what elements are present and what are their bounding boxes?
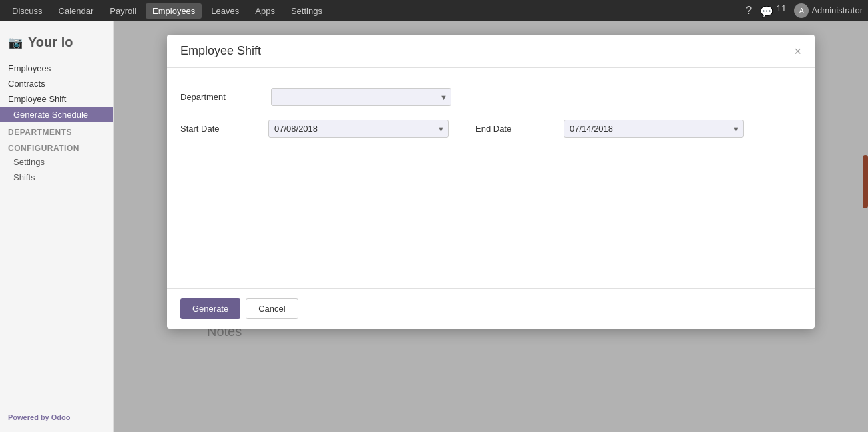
sidebar-item-shifts[interactable]: Shifts [0, 170, 113, 185]
department-select[interactable] [271, 88, 451, 106]
sidebar-footer: Powered by Odoo [0, 408, 114, 427]
modal-header: Employee Shift × [167, 35, 815, 68]
cancel-button[interactable]: Cancel [246, 298, 298, 319]
main-layout: 📷 Your lo Employees Contracts Employee S… [0, 21, 868, 432]
nav-apps[interactable]: Apps [248, 3, 282, 19]
sidebar-item-settings[interactable]: Settings [0, 154, 113, 170]
end-date-group: End Date 07/14/2018 ▼ [475, 120, 744, 138]
modal-footer: Generate Cancel [167, 288, 815, 329]
modal-close-button[interactable]: × [794, 45, 801, 57]
modal-body: Department ▼ Start Date [167, 68, 815, 288]
sidebar-item-employee-shift[interactable]: Employee Shift [0, 91, 113, 107]
logo-text: Your lo [28, 35, 73, 50]
start-date-label: Start Date [180, 124, 260, 134]
sidebar-group-configuration: Configuration [0, 138, 113, 154]
end-date-label: End Date [475, 124, 556, 134]
admin-label: Administrator [811, 5, 863, 15]
sidebar-item-employees[interactable]: Employees [0, 61, 113, 76]
sidebar: 📷 Your lo Employees Contracts Employee S… [0, 21, 114, 432]
date-row: Start Date 07/08/2018 ▼ End Date [180, 120, 801, 138]
user-menu[interactable]: A Administrator [794, 3, 863, 18]
department-label: Department [180, 92, 260, 102]
nav-settings[interactable]: Settings [284, 3, 329, 19]
topbar-right: ? 💬 11 A Administrator [746, 3, 863, 18]
start-date-select[interactable]: 07/08/2018 [268, 120, 449, 138]
nav-payroll[interactable]: Payroll [103, 3, 143, 19]
generate-button[interactable]: Generate [180, 298, 240, 319]
help-icon[interactable]: ? [746, 5, 752, 17]
modal-overlay: Employee Shift × Department ▼ [114, 21, 868, 432]
notification-icon[interactable]: 💬 11 [760, 3, 786, 18]
department-input-wrap: ▼ [271, 88, 451, 106]
nav-leaves[interactable]: Leaves [204, 3, 246, 19]
sidebar-item-generate-schedule[interactable]: Generate Schedule [0, 107, 113, 122]
topbar: Discuss Calendar Payroll Employees Leave… [0, 0, 868, 21]
sidebar-item-contracts[interactable]: Contracts [0, 76, 113, 91]
app-logo: 📷 Your lo [0, 27, 113, 61]
sidebar-group-departments: Departments [0, 122, 113, 138]
content-area: Add an item Notes Employee Shift × [114, 21, 868, 432]
nav-discuss[interactable]: Discuss [5, 3, 49, 19]
modal-employee-shift: Employee Shift × Department ▼ [167, 35, 815, 329]
nav-employees[interactable]: Employees [146, 3, 202, 19]
department-row: Department ▼ [180, 88, 801, 106]
avatar: A [794, 3, 809, 18]
end-date-wrap: 07/14/2018 ▼ [564, 120, 744, 138]
modal-title: Employee Shift [180, 44, 261, 58]
start-date-group: Start Date 07/08/2018 ▼ [180, 120, 449, 138]
logo-icon: 📷 [8, 35, 23, 50]
start-date-wrap: 07/08/2018 ▼ [268, 120, 449, 138]
end-date-select[interactable]: 07/14/2018 [564, 120, 744, 138]
nav-calendar[interactable]: Calendar [52, 3, 101, 19]
